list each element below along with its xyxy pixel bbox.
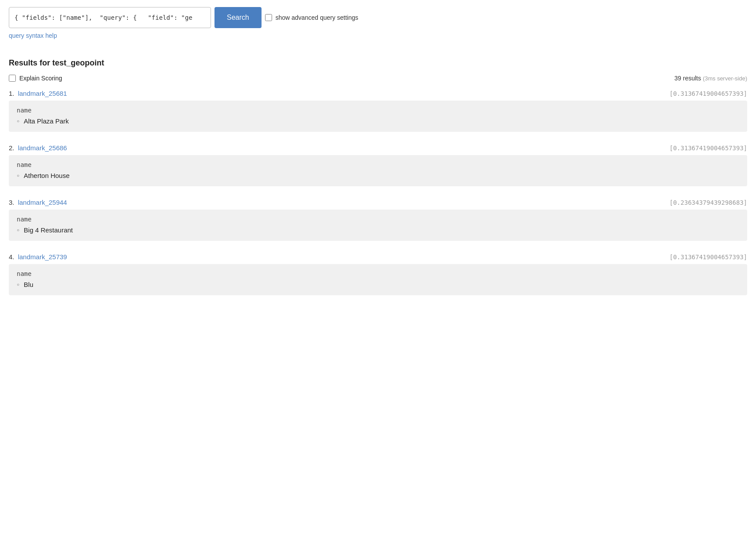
result-number: 4. bbox=[9, 253, 15, 261]
result-item: 4. landmark_25739 [0.31367419004657393] … bbox=[9, 253, 747, 295]
result-item: 1. landmark_25681 [0.31367419004657393] … bbox=[9, 90, 747, 132]
result-number: 3. bbox=[9, 199, 15, 206]
result-title-row: 3. landmark_25944 [0.23634379439298683] bbox=[9, 199, 747, 206]
field-bullet: ○ bbox=[17, 228, 19, 232]
count-number: 39 results bbox=[674, 75, 701, 82]
result-score: [0.23634379439298683] bbox=[669, 199, 747, 206]
result-fields: name ○ Blu bbox=[9, 264, 747, 295]
result-score: [0.31367419004657393] bbox=[669, 254, 747, 261]
field-name: name bbox=[17, 270, 739, 277]
result-score: [0.31367419004657393] bbox=[669, 90, 747, 97]
search-bar: Search show advanced query settings bbox=[9, 7, 747, 28]
result-link[interactable]: landmark_25739 bbox=[18, 253, 67, 261]
field-name: name bbox=[17, 216, 739, 223]
result-link[interactable]: landmark_25944 bbox=[18, 199, 67, 206]
result-title-row: 2. landmark_25686 [0.31367419004657393] bbox=[9, 144, 747, 152]
results-list: 1. landmark_25681 [0.31367419004657393] … bbox=[9, 90, 747, 295]
field-value: ○ Big 4 Restaurant bbox=[17, 226, 739, 234]
field-bullet: ○ bbox=[17, 282, 19, 287]
result-fields: name ○ Big 4 Restaurant bbox=[9, 210, 747, 241]
result-title-row: 4. landmark_25739 [0.31367419004657393] bbox=[9, 253, 747, 261]
results-heading: Results for test_geopoint bbox=[9, 58, 747, 68]
result-number: 1. bbox=[9, 90, 15, 97]
field-bullet: ○ bbox=[17, 173, 19, 178]
field-name: name bbox=[17, 161, 739, 168]
server-side-time: (3ms server-side) bbox=[703, 75, 747, 82]
query-syntax-link[interactable]: query syntax help bbox=[9, 32, 57, 39]
field-bullet: ○ bbox=[17, 119, 19, 123]
field-value: ○ Atherton House bbox=[17, 172, 739, 179]
field-name: name bbox=[17, 107, 739, 114]
result-fields: name ○ Alta Plaza Park bbox=[9, 101, 747, 132]
field-value-text: Atherton House bbox=[24, 172, 69, 179]
result-number: 2. bbox=[9, 144, 15, 152]
advanced-query-settings[interactable]: show advanced query settings bbox=[265, 14, 358, 21]
result-link[interactable]: landmark_25681 bbox=[18, 90, 67, 97]
explain-scoring-checkbox[interactable] bbox=[9, 75, 16, 82]
search-button[interactable]: Search bbox=[214, 7, 262, 28]
result-item: 3. landmark_25944 [0.23634379439298683] … bbox=[9, 199, 747, 241]
field-value: ○ Blu bbox=[17, 281, 739, 288]
field-value-text: Blu bbox=[24, 281, 33, 288]
results-meta-row: Explain Scoring 39 results (3ms server-s… bbox=[9, 75, 747, 82]
explain-scoring-text: Explain Scoring bbox=[19, 75, 62, 82]
advanced-query-checkbox[interactable] bbox=[265, 14, 272, 21]
result-title-row: 1. landmark_25681 [0.31367419004657393] bbox=[9, 90, 747, 97]
field-value-text: Alta Plaza Park bbox=[24, 117, 69, 125]
results-count: 39 results (3ms server-side) bbox=[674, 75, 747, 82]
result-fields: name ○ Atherton House bbox=[9, 155, 747, 186]
result-link[interactable]: landmark_25686 bbox=[18, 144, 67, 152]
result-score: [0.31367419004657393] bbox=[669, 145, 747, 152]
field-value: ○ Alta Plaza Park bbox=[17, 117, 739, 125]
field-value-text: Big 4 Restaurant bbox=[24, 226, 73, 234]
advanced-query-label: show advanced query settings bbox=[276, 14, 358, 21]
explain-scoring-label[interactable]: Explain Scoring bbox=[9, 75, 62, 82]
search-input[interactable] bbox=[9, 7, 211, 28]
result-item: 2. landmark_25686 [0.31367419004657393] … bbox=[9, 144, 747, 186]
